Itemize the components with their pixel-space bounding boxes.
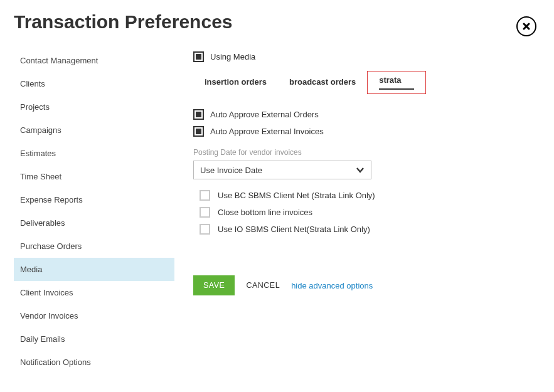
- sidebar-item-label: Estimates: [20, 149, 56, 158]
- close-icon: [522, 22, 531, 31]
- sidebar-item-label: Campaigns: [20, 125, 61, 135]
- sidebar-item-projects[interactable]: Projects: [14, 95, 174, 119]
- auto-approve-orders-row: Auto Approve External Orders: [193, 109, 540, 120]
- option-checkbox-close-bottom[interactable]: [200, 207, 210, 218]
- auto-approve-orders-checkbox[interactable]: [193, 109, 204, 120]
- sidebar-item-label: Notification Options: [20, 358, 91, 367]
- media-tabs: insertion orders broadcast orders strata: [193, 71, 540, 94]
- footer-row: SAVE CANCEL hide advanced options: [193, 275, 540, 295]
- option-label: Close bottom line invoices: [218, 208, 312, 217]
- using-media-label: Using Media: [210, 52, 255, 61]
- tab-insertion-orders[interactable]: insertion orders: [193, 71, 278, 93]
- sidebar-item-label: Purchase Orders: [20, 241, 82, 251]
- tab-strata[interactable]: strata: [367, 71, 426, 94]
- sidebar-item-notification-options[interactable]: Notification Options: [14, 351, 174, 374]
- sidebar-item-label: Media: [20, 265, 42, 274]
- auto-approve-invoices-label: Auto Approve External Invoices: [210, 127, 324, 136]
- option-row-close-bottom: Close bottom line invoices: [193, 204, 540, 221]
- sidebar-item-clients[interactable]: Clients: [14, 72, 174, 95]
- sidebar-item-label: Time Sheet: [20, 172, 61, 181]
- chevron-down-icon: [356, 166, 365, 174]
- sidebar-item-campaigns[interactable]: Campaigns: [14, 119, 174, 142]
- sidebar-item-label: Contact Management: [20, 56, 98, 65]
- sidebar-item-media[interactable]: Media: [14, 258, 174, 281]
- auto-approve-invoices-checkbox[interactable]: [193, 126, 204, 137]
- page-title: Transaction Preferences: [14, 11, 540, 33]
- option-row-io-sbms: Use IO SBMS Client Net(Strata Link Only): [193, 221, 540, 238]
- main-panel: Using Media insertion orders broadcast o…: [193, 49, 540, 374]
- sidebar-item-daily-emails[interactable]: Daily Emails: [14, 327, 174, 351]
- option-label: Use BC SBMS Client Net (Strata Link Only…: [218, 191, 375, 200]
- sidebar-item-estimates[interactable]: Estimates: [14, 142, 174, 165]
- posting-date-value: Use Invoice Date: [200, 166, 262, 175]
- sidebar-item-client-invoices[interactable]: Client Invoices: [14, 281, 174, 304]
- sidebar-item-label: Expense Reports: [20, 195, 83, 204]
- posting-date-select[interactable]: Use Invoice Date: [193, 161, 371, 179]
- tab-broadcast-orders[interactable]: broadcast orders: [278, 71, 367, 93]
- hide-advanced-link[interactable]: hide advanced options: [291, 281, 373, 290]
- option-checkbox-io-sbms[interactable]: [200, 224, 210, 235]
- sidebar-item-time-sheet[interactable]: Time Sheet: [14, 165, 174, 188]
- sidebar-item-label: Deliverables: [20, 218, 65, 228]
- sidebar: Contact Management Clients Projects Camp…: [14, 49, 174, 374]
- sidebar-item-label: Daily Emails: [20, 334, 65, 344]
- option-checkbox-bc-sbms[interactable]: [200, 190, 210, 201]
- sidebar-item-label: Vendor Invoices: [20, 311, 78, 320]
- sidebar-item-expense-reports[interactable]: Expense Reports: [14, 188, 174, 211]
- using-media-row: Using Media: [193, 51, 540, 62]
- sidebar-item-label: Projects: [20, 102, 50, 112]
- option-row-bc-sbms: Use BC SBMS Client Net (Strata Link Only…: [193, 187, 540, 204]
- posting-date-helper: Posting Date for vendor invoices: [193, 148, 540, 157]
- option-label: Use IO SBMS Client Net(Strata Link Only): [218, 225, 370, 234]
- sidebar-item-label: Clients: [20, 79, 45, 88]
- sidebar-item-purchase-orders[interactable]: Purchase Orders: [14, 235, 174, 258]
- close-button[interactable]: [516, 16, 536, 36]
- auto-approve-orders-label: Auto Approve External Orders: [210, 110, 319, 119]
- auto-approve-invoices-row: Auto Approve External Invoices: [193, 126, 540, 137]
- cancel-button[interactable]: CANCEL: [246, 281, 280, 290]
- save-button[interactable]: SAVE: [193, 275, 235, 295]
- sidebar-item-contact-management[interactable]: Contact Management: [14, 49, 174, 72]
- tab-strata-label: strata: [379, 75, 414, 90]
- sidebar-item-deliverables[interactable]: Deliverables: [14, 211, 174, 235]
- sidebar-item-vendor-invoices[interactable]: Vendor Invoices: [14, 304, 174, 327]
- using-media-checkbox[interactable]: [193, 51, 204, 62]
- sidebar-item-label: Client Invoices: [20, 288, 73, 297]
